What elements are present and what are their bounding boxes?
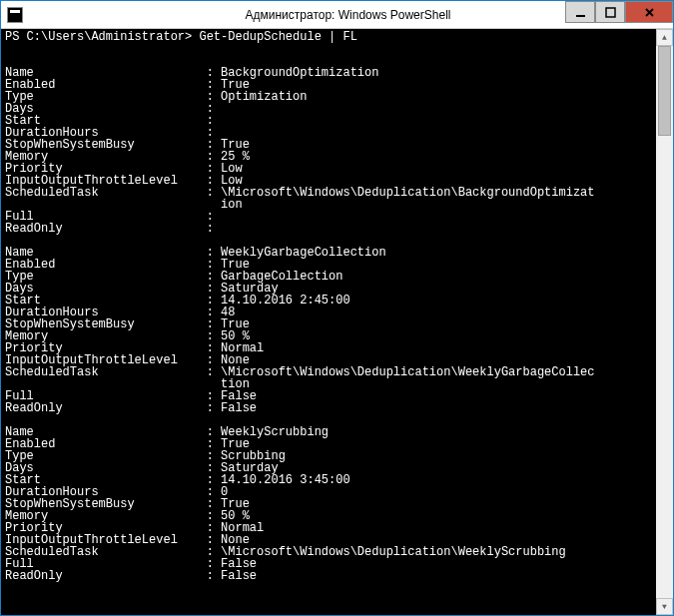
powershell-window: Администратор: Windows PowerShell PS C:\…	[0, 0, 674, 616]
maximize-button[interactable]	[595, 1, 625, 23]
maximize-icon	[605, 7, 616, 18]
window-controls	[565, 1, 673, 23]
console-area: PS C:\Users\Administrator> Get-DedupSche…	[1, 29, 673, 615]
minimize-icon	[575, 7, 586, 18]
scroll-down-button[interactable]: ▼	[656, 598, 673, 615]
console-output[interactable]: PS C:\Users\Administrator> Get-DedupSche…	[1, 29, 673, 615]
svg-rect-0	[576, 15, 585, 17]
scrollbar-thumb[interactable]	[658, 46, 671, 136]
minimize-button[interactable]	[565, 1, 595, 23]
app-icon	[7, 7, 23, 23]
close-icon	[644, 7, 655, 18]
svg-rect-1	[606, 8, 615, 17]
titlebar[interactable]: Администратор: Windows PowerShell	[1, 1, 673, 29]
scroll-up-button[interactable]: ▲	[656, 29, 673, 46]
scrollbar-track[interactable]	[656, 46, 673, 598]
vertical-scrollbar[interactable]: ▲ ▼	[656, 29, 673, 615]
close-button[interactable]	[625, 1, 673, 23]
